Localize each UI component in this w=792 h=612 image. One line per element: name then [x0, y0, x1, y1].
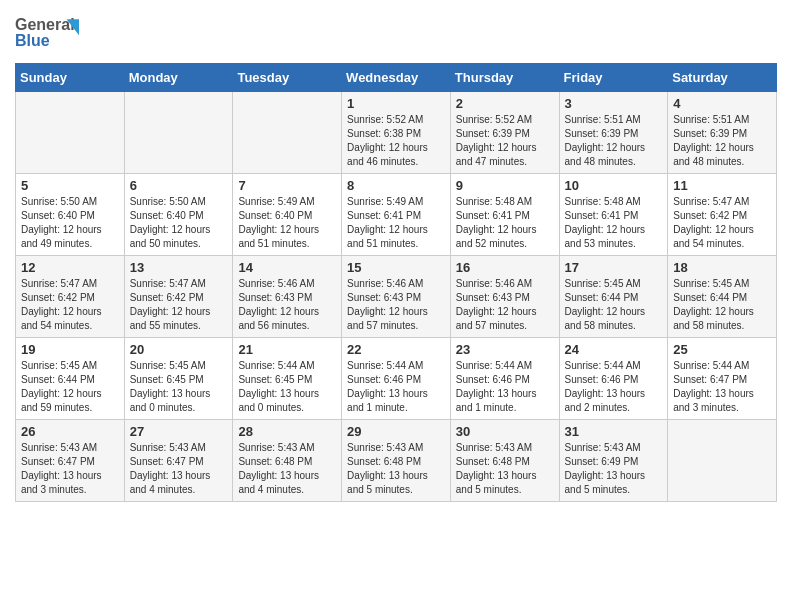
calendar-cell: 31Sunrise: 5:43 AM Sunset: 6:49 PM Dayli…: [559, 420, 668, 502]
day-number: 25: [673, 342, 771, 357]
day-info: Sunrise: 5:45 AM Sunset: 6:44 PM Dayligh…: [21, 359, 119, 415]
week-row-1: 1Sunrise: 5:52 AM Sunset: 6:38 PM Daylig…: [16, 92, 777, 174]
calendar-header: SundayMondayTuesdayWednesdayThursdayFrid…: [16, 64, 777, 92]
logo: General Blue: [15, 10, 95, 59]
day-number: 22: [347, 342, 445, 357]
calendar-cell: 17Sunrise: 5:45 AM Sunset: 6:44 PM Dayli…: [559, 256, 668, 338]
day-number: 11: [673, 178, 771, 193]
header-row: SundayMondayTuesdayWednesdayThursdayFrid…: [16, 64, 777, 92]
calendar-cell: 8Sunrise: 5:49 AM Sunset: 6:41 PM Daylig…: [342, 174, 451, 256]
day-info: Sunrise: 5:51 AM Sunset: 6:39 PM Dayligh…: [673, 113, 771, 169]
day-info: Sunrise: 5:45 AM Sunset: 6:44 PM Dayligh…: [673, 277, 771, 333]
day-number: 27: [130, 424, 228, 439]
calendar-table: SundayMondayTuesdayWednesdayThursdayFrid…: [15, 63, 777, 502]
calendar-cell: 3Sunrise: 5:51 AM Sunset: 6:39 PM Daylig…: [559, 92, 668, 174]
page-header: General Blue: [15, 10, 777, 59]
day-number: 6: [130, 178, 228, 193]
calendar-cell: 9Sunrise: 5:48 AM Sunset: 6:41 PM Daylig…: [450, 174, 559, 256]
week-row-2: 5Sunrise: 5:50 AM Sunset: 6:40 PM Daylig…: [16, 174, 777, 256]
header-cell-friday: Friday: [559, 64, 668, 92]
calendar-cell: 29Sunrise: 5:43 AM Sunset: 6:48 PM Dayli…: [342, 420, 451, 502]
week-row-3: 12Sunrise: 5:47 AM Sunset: 6:42 PM Dayli…: [16, 256, 777, 338]
day-info: Sunrise: 5:44 AM Sunset: 6:46 PM Dayligh…: [347, 359, 445, 415]
week-row-4: 19Sunrise: 5:45 AM Sunset: 6:44 PM Dayli…: [16, 338, 777, 420]
calendar-cell: 15Sunrise: 5:46 AM Sunset: 6:43 PM Dayli…: [342, 256, 451, 338]
day-number: 5: [21, 178, 119, 193]
calendar-cell: 28Sunrise: 5:43 AM Sunset: 6:48 PM Dayli…: [233, 420, 342, 502]
svg-text:General: General: [15, 16, 75, 33]
day-number: 26: [21, 424, 119, 439]
day-info: Sunrise: 5:49 AM Sunset: 6:40 PM Dayligh…: [238, 195, 336, 251]
header-cell-monday: Monday: [124, 64, 233, 92]
calendar-cell: 13Sunrise: 5:47 AM Sunset: 6:42 PM Dayli…: [124, 256, 233, 338]
day-number: 18: [673, 260, 771, 275]
calendar-cell: [16, 92, 125, 174]
day-number: 2: [456, 96, 554, 111]
header-cell-saturday: Saturday: [668, 64, 777, 92]
day-info: Sunrise: 5:52 AM Sunset: 6:38 PM Dayligh…: [347, 113, 445, 169]
day-number: 30: [456, 424, 554, 439]
day-info: Sunrise: 5:44 AM Sunset: 6:47 PM Dayligh…: [673, 359, 771, 415]
day-info: Sunrise: 5:43 AM Sunset: 6:47 PM Dayligh…: [130, 441, 228, 497]
day-number: 23: [456, 342, 554, 357]
day-info: Sunrise: 5:46 AM Sunset: 6:43 PM Dayligh…: [347, 277, 445, 333]
day-info: Sunrise: 5:51 AM Sunset: 6:39 PM Dayligh…: [565, 113, 663, 169]
calendar-cell: 25Sunrise: 5:44 AM Sunset: 6:47 PM Dayli…: [668, 338, 777, 420]
header-cell-sunday: Sunday: [16, 64, 125, 92]
calendar-cell: 10Sunrise: 5:48 AM Sunset: 6:41 PM Dayli…: [559, 174, 668, 256]
calendar-cell: 21Sunrise: 5:44 AM Sunset: 6:45 PM Dayli…: [233, 338, 342, 420]
calendar-cell: 11Sunrise: 5:47 AM Sunset: 6:42 PM Dayli…: [668, 174, 777, 256]
week-row-5: 26Sunrise: 5:43 AM Sunset: 6:47 PM Dayli…: [16, 420, 777, 502]
day-info: Sunrise: 5:43 AM Sunset: 6:48 PM Dayligh…: [238, 441, 336, 497]
calendar-cell: 2Sunrise: 5:52 AM Sunset: 6:39 PM Daylig…: [450, 92, 559, 174]
svg-text:Blue: Blue: [15, 32, 50, 49]
day-number: 17: [565, 260, 663, 275]
calendar-cell: 6Sunrise: 5:50 AM Sunset: 6:40 PM Daylig…: [124, 174, 233, 256]
calendar-cell: 14Sunrise: 5:46 AM Sunset: 6:43 PM Dayli…: [233, 256, 342, 338]
calendar-cell: 27Sunrise: 5:43 AM Sunset: 6:47 PM Dayli…: [124, 420, 233, 502]
day-info: Sunrise: 5:44 AM Sunset: 6:46 PM Dayligh…: [456, 359, 554, 415]
day-number: 4: [673, 96, 771, 111]
day-number: 19: [21, 342, 119, 357]
calendar-cell: 18Sunrise: 5:45 AM Sunset: 6:44 PM Dayli…: [668, 256, 777, 338]
calendar-cell: 7Sunrise: 5:49 AM Sunset: 6:40 PM Daylig…: [233, 174, 342, 256]
day-info: Sunrise: 5:44 AM Sunset: 6:46 PM Dayligh…: [565, 359, 663, 415]
day-info: Sunrise: 5:43 AM Sunset: 6:48 PM Dayligh…: [347, 441, 445, 497]
calendar-cell: 19Sunrise: 5:45 AM Sunset: 6:44 PM Dayli…: [16, 338, 125, 420]
day-number: 12: [21, 260, 119, 275]
calendar-body: 1Sunrise: 5:52 AM Sunset: 6:38 PM Daylig…: [16, 92, 777, 502]
day-info: Sunrise: 5:46 AM Sunset: 6:43 PM Dayligh…: [456, 277, 554, 333]
calendar-cell: [233, 92, 342, 174]
day-number: 31: [565, 424, 663, 439]
day-number: 9: [456, 178, 554, 193]
day-number: 14: [238, 260, 336, 275]
day-number: 8: [347, 178, 445, 193]
day-info: Sunrise: 5:44 AM Sunset: 6:45 PM Dayligh…: [238, 359, 336, 415]
day-info: Sunrise: 5:50 AM Sunset: 6:40 PM Dayligh…: [21, 195, 119, 251]
calendar-cell: [668, 420, 777, 502]
day-info: Sunrise: 5:49 AM Sunset: 6:41 PM Dayligh…: [347, 195, 445, 251]
calendar-cell: 5Sunrise: 5:50 AM Sunset: 6:40 PM Daylig…: [16, 174, 125, 256]
header-cell-wednesday: Wednesday: [342, 64, 451, 92]
day-number: 28: [238, 424, 336, 439]
day-info: Sunrise: 5:52 AM Sunset: 6:39 PM Dayligh…: [456, 113, 554, 169]
day-info: Sunrise: 5:45 AM Sunset: 6:44 PM Dayligh…: [565, 277, 663, 333]
day-number: 3: [565, 96, 663, 111]
day-info: Sunrise: 5:48 AM Sunset: 6:41 PM Dayligh…: [565, 195, 663, 251]
calendar-cell: 12Sunrise: 5:47 AM Sunset: 6:42 PM Dayli…: [16, 256, 125, 338]
calendar-cell: 23Sunrise: 5:44 AM Sunset: 6:46 PM Dayli…: [450, 338, 559, 420]
day-info: Sunrise: 5:47 AM Sunset: 6:42 PM Dayligh…: [130, 277, 228, 333]
day-number: 21: [238, 342, 336, 357]
day-number: 13: [130, 260, 228, 275]
calendar-cell: 24Sunrise: 5:44 AM Sunset: 6:46 PM Dayli…: [559, 338, 668, 420]
header-cell-thursday: Thursday: [450, 64, 559, 92]
day-number: 29: [347, 424, 445, 439]
day-info: Sunrise: 5:43 AM Sunset: 6:48 PM Dayligh…: [456, 441, 554, 497]
calendar-cell: 4Sunrise: 5:51 AM Sunset: 6:39 PM Daylig…: [668, 92, 777, 174]
header-cell-tuesday: Tuesday: [233, 64, 342, 92]
day-number: 20: [130, 342, 228, 357]
day-number: 15: [347, 260, 445, 275]
calendar-cell: 20Sunrise: 5:45 AM Sunset: 6:45 PM Dayli…: [124, 338, 233, 420]
day-info: Sunrise: 5:45 AM Sunset: 6:45 PM Dayligh…: [130, 359, 228, 415]
day-info: Sunrise: 5:50 AM Sunset: 6:40 PM Dayligh…: [130, 195, 228, 251]
